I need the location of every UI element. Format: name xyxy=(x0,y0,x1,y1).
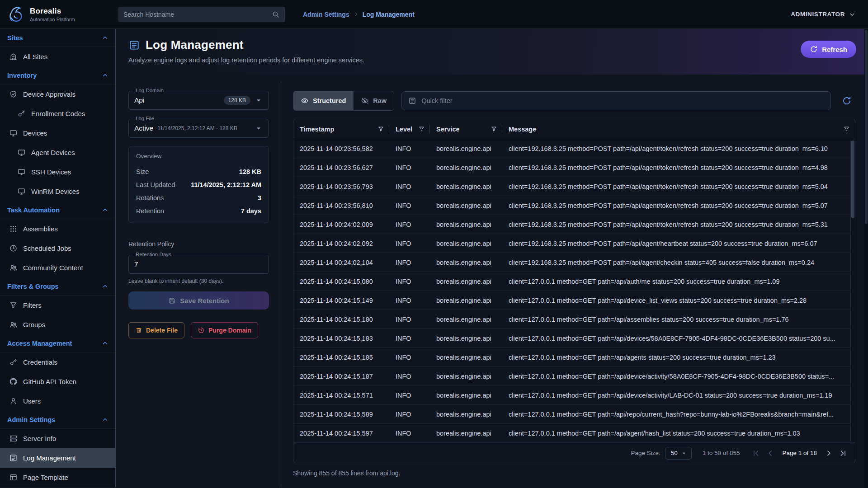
sidebar-item-github-api-token[interactable]: GitHub API Token xyxy=(0,372,115,391)
sidebar-item-community-content[interactable]: Community Content xyxy=(0,258,115,277)
retention-days-field[interactable]: Retention Days xyxy=(128,255,269,274)
retention-days-input[interactable] xyxy=(134,260,263,268)
breadcrumb-log-management[interactable]: Log Management xyxy=(363,11,415,18)
sidebar-item-label: Filters xyxy=(23,301,42,309)
sidebar-item-assemblies[interactable]: Assemblies xyxy=(0,219,115,239)
chevron-left-icon xyxy=(766,449,775,458)
log-cell-level: INFO xyxy=(389,202,430,209)
sidebar-item-scheduled-jobs[interactable]: Scheduled Jobs xyxy=(0,239,115,258)
log-row[interactable]: 2025-11-14 00:24:02,009INFOborealis.engi… xyxy=(293,215,855,234)
log-row[interactable]: 2025-11-14 00:24:15,589INFOborealis.engi… xyxy=(293,405,855,424)
table-scrollbar[interactable] xyxy=(850,140,854,442)
filter-icon[interactable] xyxy=(491,126,497,132)
grid-icon xyxy=(9,225,18,233)
filter-icon[interactable] xyxy=(377,126,384,132)
page-scrollbar[interactable] xyxy=(864,29,868,488)
refresh-button[interactable]: Refresh xyxy=(801,41,856,58)
sidebar-item-ssh-devices[interactable]: SSH Devices xyxy=(0,162,115,182)
log-cell-service: borealis.engine.api xyxy=(430,316,502,323)
breadcrumb-admin-settings[interactable]: Admin Settings xyxy=(303,11,349,18)
sidebar-item-groups[interactable]: Groups xyxy=(0,315,115,334)
log-table-header: Timestamp Level Service xyxy=(293,119,855,139)
sidebar-item-log-management[interactable]: Log Management xyxy=(0,448,115,468)
log-row[interactable]: 2025-11-14 00:24:02,104INFOborealis.engi… xyxy=(293,253,855,272)
structured-toggle[interactable]: Structured xyxy=(293,91,353,110)
sidebar-section-sites[interactable]: Sites xyxy=(0,29,115,47)
log-row[interactable]: 2025-11-14 00:24:15,180INFOborealis.engi… xyxy=(293,310,855,329)
sidebar-item-server-info[interactable]: Server Info xyxy=(0,429,115,448)
quick-filter[interactable] xyxy=(401,91,831,110)
page-size-select[interactable]: 50 xyxy=(665,447,692,460)
log-row[interactable]: 2025-11-14 00:24:15,183INFOborealis.engi… xyxy=(293,329,855,348)
log-row[interactable]: 2025-11-14 00:24:02,092INFOborealis.engi… xyxy=(293,234,855,253)
sidebar-item-agent-devices[interactable]: Agent Devices xyxy=(0,143,115,162)
sidebar-item-winrm-devices[interactable]: WinRM Devices xyxy=(0,182,115,201)
log-cell-level: INFO xyxy=(389,297,430,304)
sidebar-item-enrollment-codes[interactable]: Enrollment Codes xyxy=(0,104,115,123)
log-row[interactable]: 2025-11-14 00:24:15,185INFOborealis.engi… xyxy=(293,348,855,367)
log-row[interactable]: 2025-11-14 00:23:56,627INFOborealis.engi… xyxy=(293,158,855,177)
purge-domain-button[interactable]: Purge Domain xyxy=(191,322,258,338)
history-icon xyxy=(198,327,205,334)
table-scrollbar-thumb[interactable] xyxy=(851,141,854,218)
sidebar-item-all-sites[interactable]: All Sites xyxy=(0,47,115,66)
save-retention-button[interactable]: Save Retention xyxy=(128,291,269,310)
column-header-timestamp[interactable]: Timestamp xyxy=(293,119,389,139)
filter-icon[interactable] xyxy=(418,126,425,132)
filter-icon[interactable] xyxy=(843,126,850,132)
log-row[interactable]: 2025-11-14 00:24:15,187INFOborealis.engi… xyxy=(293,367,855,386)
sidebar-item-page-template[interactable]: Page Template xyxy=(0,468,115,487)
sidebar-section-filters-groups[interactable]: Filters & Groups xyxy=(0,277,115,296)
column-header-level[interactable]: Level xyxy=(389,119,430,139)
log-row[interactable]: 2025-11-14 00:24:15,571INFOborealis.engi… xyxy=(293,386,855,405)
brand[interactable]: Borealis Automation Platform xyxy=(0,5,116,24)
sidebar-item-label: Users xyxy=(23,397,41,405)
sidebar-item-devices[interactable]: Devices xyxy=(0,123,115,143)
sidebar-section-admin-settings[interactable]: Admin Settings xyxy=(0,411,115,429)
log-cell-level: INFO xyxy=(389,392,430,399)
account-menu[interactable]: ADMINISTRATOR xyxy=(791,10,868,19)
log-row[interactable]: 2025-11-14 00:23:56,793INFOborealis.engi… xyxy=(293,177,855,196)
quick-filter-input[interactable] xyxy=(421,97,824,104)
sidebar-section-task-automation[interactable]: Task Automation xyxy=(0,201,115,219)
raw-toggle[interactable]: Raw xyxy=(353,91,394,110)
log-cell-message: client=127.0.0.1 method=GET path=/api/de… xyxy=(502,335,855,342)
page-scrollbar-thumb[interactable] xyxy=(865,30,868,224)
delete-file-button[interactable]: Delete File xyxy=(128,322,184,338)
topbar: Borealis Automation Platform Admin Setti… xyxy=(0,0,868,29)
log-row[interactable]: 2025-11-14 00:24:15,597INFOborealis.engi… xyxy=(293,424,855,443)
sidebar-item-credentials[interactable]: Credentials xyxy=(0,352,115,372)
log-table-body: 2025-11-14 00:23:56,582INFOborealis.engi… xyxy=(293,139,855,443)
column-header-message[interactable]: Message xyxy=(502,119,855,139)
first-page-button[interactable] xyxy=(750,448,761,459)
log-row[interactable]: 2025-11-14 00:24:15,149INFOborealis.engi… xyxy=(293,291,855,310)
column-header-service[interactable]: Service xyxy=(430,119,502,139)
sidebar-section-label: Task Automation xyxy=(7,206,60,214)
sidebar-item-filters[interactable]: Filters xyxy=(0,296,115,315)
log-domain-select[interactable]: Log Domain Api 128 KB xyxy=(128,91,269,110)
reload-logs-button[interactable] xyxy=(838,92,855,109)
log-row[interactable]: 2025-11-14 00:24:15,080INFOborealis.engi… xyxy=(293,272,855,291)
sidebar-item-users[interactable]: Users xyxy=(0,391,115,411)
sidebar-section-inventory[interactable]: Inventory xyxy=(0,66,115,84)
log-row[interactable]: 2025-11-14 00:23:56,582INFOborealis.engi… xyxy=(293,139,855,158)
pager: Page 1 of 18 xyxy=(750,448,849,459)
log-cell-timestamp: 2025-11-14 00:24:15,183 xyxy=(293,335,389,342)
log-table: Timestamp Level Service xyxy=(293,119,855,463)
log-icon xyxy=(408,97,416,105)
log-cell-level: INFO xyxy=(389,240,430,247)
monitor-icon xyxy=(9,129,18,137)
sidebar-item-device-approvals[interactable]: Device Approvals xyxy=(0,84,115,104)
prev-page-button[interactable] xyxy=(765,448,776,459)
hostname-search-input[interactable] xyxy=(123,11,272,18)
overview-card: Overview Size 128 KB Last Updated 11/14/… xyxy=(128,146,269,223)
log-file-select[interactable]: Log File Active 11/14/2025, 2:12:12 AM ·… xyxy=(128,119,269,138)
hostname-search[interactable] xyxy=(118,7,285,22)
structured-label: Structured xyxy=(313,97,346,104)
next-page-button[interactable] xyxy=(823,448,834,459)
sidebar-section-access-management[interactable]: Access Management xyxy=(0,334,115,352)
chevron-up-icon xyxy=(101,71,109,79)
last-page-button[interactable] xyxy=(838,448,849,459)
log-row[interactable]: 2025-11-14 00:23:56,810INFOborealis.engi… xyxy=(293,196,855,215)
server-icon xyxy=(9,434,18,443)
